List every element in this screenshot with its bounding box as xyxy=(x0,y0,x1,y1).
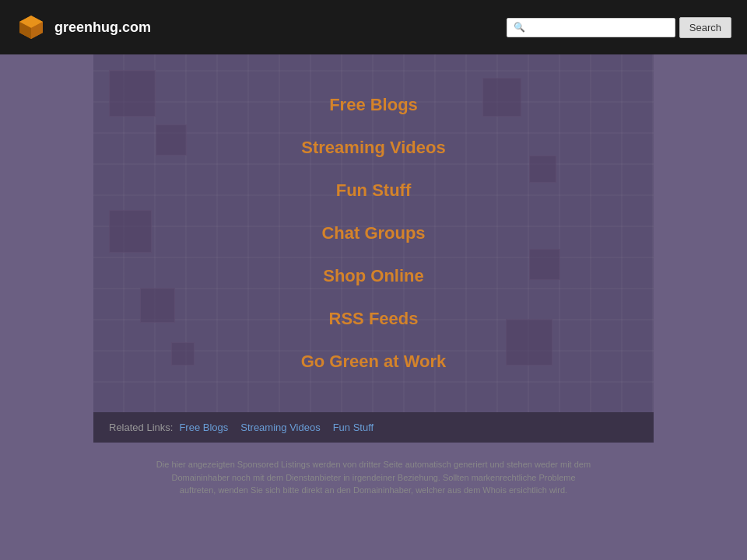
search-wrapper: 🔍 xyxy=(507,18,675,37)
page-wrapper: greenhug.com 🔍 Search Free BlogsStreamin… xyxy=(0,0,747,560)
search-input[interactable] xyxy=(528,22,668,33)
nav-link-free-blogs[interactable]: Free Blogs xyxy=(314,86,433,124)
main-content: Free BlogsStreaming VideosFun StuffChat … xyxy=(93,54,654,412)
nav-link-fun-stuff[interactable]: Fun Stuff xyxy=(321,171,427,210)
search-icon: 🔍 xyxy=(514,22,525,33)
search-area: 🔍 Search xyxy=(507,17,731,38)
disclaimer-text: Die hier angezeigten Sponsored Listings … xyxy=(156,460,591,495)
site-title: greenhug.com xyxy=(54,19,151,36)
nav-link-shop-online[interactable]: Shop Online xyxy=(307,257,440,296)
logo-container: greenhug.com xyxy=(16,12,151,43)
footer-link-fun-stuff[interactable]: Fun Stuff xyxy=(333,422,374,433)
footer-bar: Related Links: Free Blogs Streaming Vide… xyxy=(93,412,654,443)
header: greenhug.com 🔍 Search xyxy=(0,0,747,54)
disclaimer: Die hier angezeigten Sponsored Listings … xyxy=(0,443,747,513)
nav-links: Free BlogsStreaming VideosFun StuffChat … xyxy=(93,54,654,412)
nav-link-go-green-at-work[interactable]: Go Green at Work xyxy=(286,342,462,381)
nav-link-streaming-videos[interactable]: Streaming Videos xyxy=(286,128,461,167)
nav-link-chat-groups[interactable]: Chat Groups xyxy=(306,214,440,253)
related-links-label: Related Links: xyxy=(109,422,173,433)
search-button[interactable]: Search xyxy=(679,17,731,38)
nav-link-rss-feeds[interactable]: RSS Feeds xyxy=(314,299,434,338)
footer-link-streaming-videos[interactable]: Streaming Videos xyxy=(240,422,320,433)
logo-icon xyxy=(16,12,47,43)
footer-link-free-blogs[interactable]: Free Blogs xyxy=(179,422,228,433)
